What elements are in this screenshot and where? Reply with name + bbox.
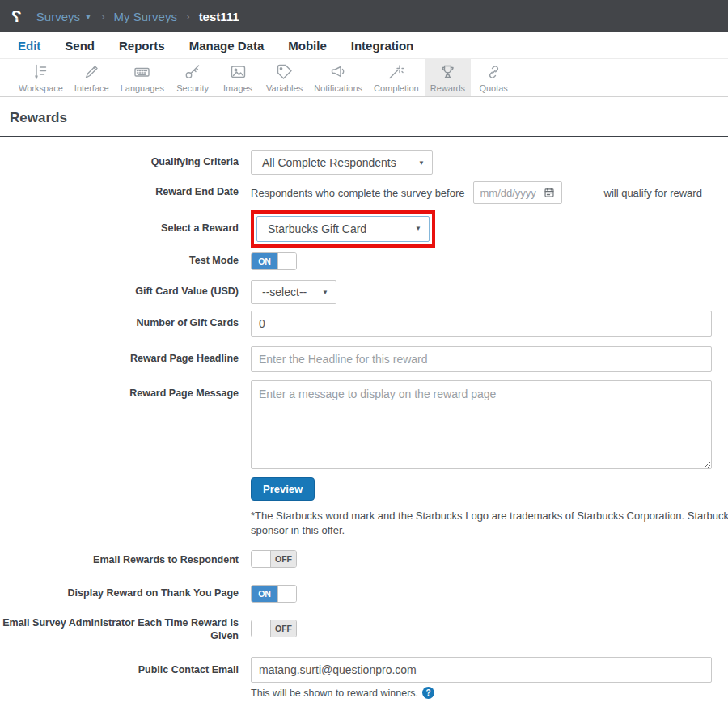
toolbar-item-label: Images bbox=[223, 83, 252, 93]
tag-icon bbox=[274, 62, 294, 82]
tab-edit[interactable]: Edit bbox=[18, 39, 40, 53]
toggle-knob bbox=[277, 253, 296, 269]
toolbar-item-notifications[interactable]: Notifications bbox=[308, 59, 368, 96]
toolbar-item-label: Rewards bbox=[430, 83, 465, 93]
display-reward-toggle[interactable]: ON bbox=[251, 585, 297, 603]
contact-email-helper-text: This will be shown to reward winners. bbox=[251, 688, 418, 699]
preview-button[interactable]: Preview bbox=[251, 477, 315, 501]
chevron-down-icon: ▼ bbox=[418, 151, 425, 176]
headline-input[interactable] bbox=[251, 346, 712, 372]
contact-email-input[interactable] bbox=[251, 657, 712, 683]
toolbar-item-label: Variables bbox=[266, 83, 303, 93]
help-question-icon[interactable]: ? bbox=[422, 687, 434, 699]
keyboard-icon bbox=[132, 62, 152, 82]
toolbar-item-label: Notifications bbox=[314, 83, 362, 93]
questionpro-logo-icon[interactable]: ? bbox=[11, 6, 22, 26]
megaphone-icon bbox=[328, 62, 349, 82]
toolbar-item-languages[interactable]: Languages bbox=[115, 59, 170, 96]
image-icon bbox=[228, 62, 248, 82]
chevron-down-icon: ▼ bbox=[322, 281, 328, 305]
gift-card-value-label: Gift Card Value (USD) bbox=[0, 286, 251, 298]
select-reward-label: Select a Reward bbox=[0, 222, 251, 235]
email-admin-label: Email Survey Administrator Each Time Rew… bbox=[0, 617, 251, 642]
toggle-knob bbox=[252, 620, 271, 637]
gift-card-value-select[interactable]: --select-- ▼ bbox=[251, 280, 336, 304]
toolbar-item-workspace[interactable]: Workspace bbox=[13, 59, 69, 96]
page-title: Rewards bbox=[0, 97, 728, 136]
tab-reports[interactable]: Reports bbox=[119, 39, 165, 53]
toolbar-item-images[interactable]: Images bbox=[215, 59, 260, 96]
email-rewards-toggle[interactable]: OFF bbox=[251, 550, 297, 568]
headline-label: Reward Page Headline bbox=[0, 353, 251, 366]
gift-card-value-value: --select-- bbox=[262, 286, 307, 298]
breadcrumb-surveys[interactable]: Surveys bbox=[36, 10, 80, 23]
test-mode-label: Test Mode bbox=[0, 255, 251, 268]
toolbar-item-label: Completion bbox=[374, 83, 419, 93]
toolbar-item-label: Workspace bbox=[19, 83, 63, 93]
chevron-down-icon[interactable]: ▼ bbox=[84, 12, 92, 21]
breadcrumb-survey-name: test111 bbox=[199, 10, 239, 23]
toolbar-item-interface[interactable]: Interface bbox=[69, 59, 115, 96]
breadcrumb-my-surveys[interactable]: My Surveys bbox=[114, 10, 177, 23]
end-date-before-text: Respondents who complete the survey befo… bbox=[251, 187, 465, 199]
message-textarea[interactable] bbox=[251, 380, 712, 469]
toolbar-item-quotas[interactable]: Quotas bbox=[471, 59, 516, 96]
toggle-knob bbox=[252, 551, 271, 567]
chevron-down-icon: ▼ bbox=[415, 217, 421, 241]
toggle-off-segment: OFF bbox=[271, 551, 296, 567]
key-icon bbox=[183, 62, 203, 82]
reward-end-date-label: Reward End Date bbox=[0, 186, 251, 199]
toggle-off-segment: OFF bbox=[271, 620, 296, 637]
chain-links-icon bbox=[484, 62, 504, 82]
end-date-after-text: will qualify for reward bbox=[604, 187, 702, 199]
toolbar-item-rewards[interactable]: Rewards bbox=[425, 59, 471, 96]
qualifying-criteria-select[interactable]: All Complete Respondents ▼ bbox=[251, 150, 433, 175]
rewards-form: Qualifying Criteria All Complete Respond… bbox=[0, 137, 728, 707]
end-date-field[interactable] bbox=[473, 181, 562, 204]
contact-email-label: Public Contact Email bbox=[0, 657, 251, 677]
breadcrumb-separator: › bbox=[186, 10, 190, 23]
top-bar: ? Surveys ▼ › My Surveys › test111 bbox=[0, 0, 728, 32]
toggle-on-segment: ON bbox=[252, 253, 277, 269]
pen-icon bbox=[82, 62, 102, 82]
qualifying-criteria-value: All Complete Respondents bbox=[262, 156, 396, 169]
email-admin-toggle[interactable]: OFF bbox=[251, 620, 297, 637]
breadcrumb-separator: › bbox=[101, 10, 105, 23]
toolbar-item-label: Security bbox=[176, 83, 209, 93]
tab-mobile[interactable]: Mobile bbox=[288, 39, 327, 53]
edit-sub-toolbar: Workspace Interface Languages Security I… bbox=[0, 59, 728, 97]
tab-integration[interactable]: Integration bbox=[351, 39, 414, 53]
trophy-icon bbox=[438, 62, 458, 82]
toolbar-item-variables[interactable]: Variables bbox=[260, 59, 308, 96]
qualifying-criteria-label: Qualifying Criteria bbox=[0, 156, 251, 169]
toolbar-item-completion[interactable]: Completion bbox=[368, 59, 425, 96]
toolbar-item-label: Quotas bbox=[479, 83, 507, 93]
select-reward-select[interactable]: Starbucks Gift Card ▼ bbox=[256, 216, 430, 242]
display-reward-label: Display Reward on Thank You Page bbox=[0, 587, 251, 600]
email-rewards-label: Email Rewards to Respondent bbox=[0, 554, 251, 567]
toggle-knob bbox=[277, 586, 296, 602]
tab-manage-data[interactable]: Manage Data bbox=[189, 39, 265, 53]
num-gift-cards-input[interactable] bbox=[251, 311, 712, 337]
toolbar-item-label: Languages bbox=[121, 83, 164, 93]
message-label: Reward Page Message bbox=[0, 380, 251, 400]
test-mode-toggle[interactable]: ON bbox=[251, 252, 297, 270]
calendar-icon[interactable] bbox=[544, 187, 555, 198]
toolbar-item-label: Interface bbox=[74, 83, 109, 93]
select-reward-value: Starbucks Gift Card bbox=[268, 222, 366, 235]
tab-send[interactable]: Send bbox=[65, 39, 95, 53]
annotation-red-box: Starbucks Gift Card ▼ bbox=[251, 210, 435, 248]
toggle-on-segment: ON bbox=[252, 586, 277, 602]
starbucks-disclaimer-text: *The Starbucks word mark and the Starbuc… bbox=[251, 509, 728, 537]
main-tab-bar: Edit Send Reports Manage Data Mobile Int… bbox=[0, 32, 728, 59]
spacer bbox=[0, 509, 251, 516]
toolbar-item-security[interactable]: Security bbox=[170, 59, 215, 96]
end-date-input[interactable] bbox=[480, 187, 544, 199]
magic-wand-icon bbox=[386, 62, 406, 82]
pencil-list-icon bbox=[31, 62, 51, 82]
num-gift-cards-label: Number of Gift Cards bbox=[0, 317, 251, 330]
